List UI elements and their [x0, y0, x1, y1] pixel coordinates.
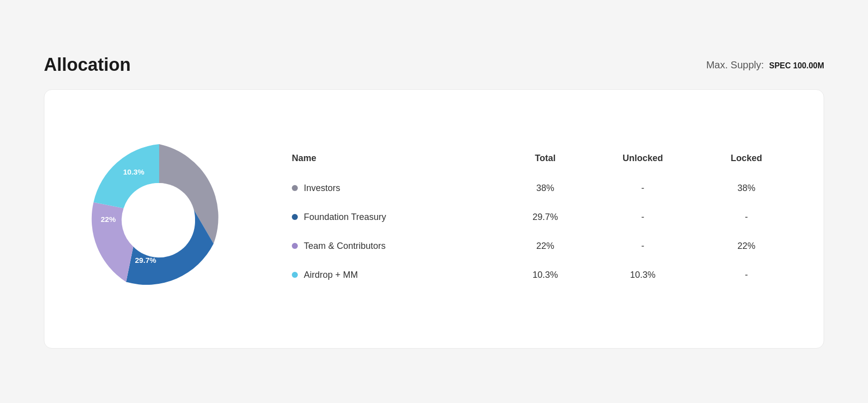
col-header-total: Total: [504, 149, 587, 174]
cell-name: Investors: [284, 174, 504, 202]
row-name-text: Team & Contributors: [304, 241, 386, 251]
col-header-unlocked: Unlocked: [587, 149, 699, 174]
dot-team: [292, 243, 298, 249]
table-row: Investors38%-38%: [284, 174, 794, 202]
table-row: Team & Contributors22%-22%: [284, 231, 794, 260]
donut-svg: [74, 134, 244, 304]
table-header-row: Name Total Unlocked Locked: [284, 149, 794, 174]
cell-locked: -: [699, 202, 794, 231]
allocation-card: 38% 29.7% 22% 10.3% Name Total Unlocked …: [44, 89, 824, 349]
max-supply-value: SPEC 100.00M: [769, 61, 824, 70]
cell-locked: 38%: [699, 174, 794, 202]
table-row: Foundation Treasury29.7%--: [284, 202, 794, 231]
dot-foundation: [292, 214, 298, 220]
cell-unlocked: -: [587, 231, 699, 260]
cell-unlocked: -: [587, 174, 699, 202]
cell-total: 10.3%: [504, 260, 587, 289]
svg-point-0: [123, 183, 195, 255]
cell-total: 22%: [504, 231, 587, 260]
table-section: Name Total Unlocked Locked Investors38%-…: [284, 149, 794, 289]
page-title: Allocation: [44, 54, 131, 75]
cell-name: Airdrop + MM: [284, 260, 504, 289]
cell-total: 38%: [504, 174, 587, 202]
cell-unlocked: 10.3%: [587, 260, 699, 289]
cell-unlocked: -: [587, 202, 699, 231]
page-header: Allocation Max. Supply: SPEC 100.00M: [44, 54, 824, 75]
col-header-name: Name: [284, 149, 504, 174]
row-name-text: Airdrop + MM: [304, 270, 358, 280]
col-header-locked: Locked: [699, 149, 794, 174]
row-name-text: Foundation Treasury: [304, 212, 386, 222]
max-supply: Max. Supply: SPEC 100.00M: [706, 59, 824, 71]
dot-investors: [292, 185, 298, 191]
dot-airdrop: [292, 272, 298, 278]
donut-chart: 38% 29.7% 22% 10.3%: [74, 134, 244, 304]
table-row: Airdrop + MM10.3%10.3%-: [284, 260, 794, 289]
max-supply-label: Max. Supply:: [706, 59, 764, 70]
row-name-text: Investors: [304, 183, 340, 194]
cell-locked: 22%: [699, 231, 794, 260]
cell-name: Team & Contributors: [284, 231, 504, 260]
cell-name: Foundation Treasury: [284, 202, 504, 231]
page-wrapper: Allocation Max. Supply: SPEC 100.00M: [20, 38, 848, 365]
allocation-table: Name Total Unlocked Locked Investors38%-…: [284, 149, 794, 289]
cell-total: 29.7%: [504, 202, 587, 231]
cell-locked: -: [699, 260, 794, 289]
